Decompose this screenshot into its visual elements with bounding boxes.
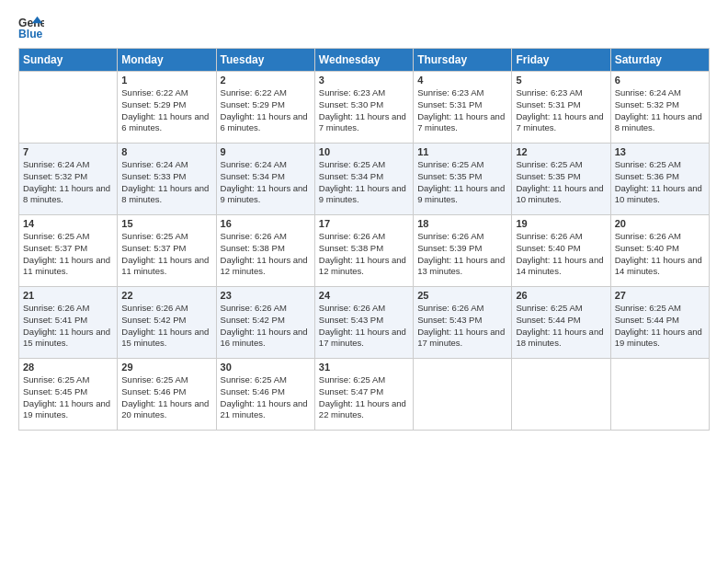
day-info: Sunrise: 6:23 AMSunset: 5:31 PMDaylight:… <box>516 87 606 134</box>
calendar-cell: 11 Sunrise: 6:25 AMSunset: 5:35 PMDaylig… <box>414 144 512 215</box>
day-info: Sunrise: 6:25 AMSunset: 5:45 PMDaylight:… <box>23 374 113 421</box>
calendar-cell: 30 Sunrise: 6:25 AMSunset: 5:46 PMDaylig… <box>216 359 314 431</box>
day-info: Sunrise: 6:26 AMSunset: 5:43 PMDaylight:… <box>417 303 507 350</box>
day-number: 2 <box>221 75 311 86</box>
calendar-cell <box>19 72 118 144</box>
day-info: Sunrise: 6:24 AMSunset: 5:34 PMDaylight:… <box>221 159 311 206</box>
day-info: Sunrise: 6:25 AMSunset: 5:47 PMDaylight:… <box>319 374 409 421</box>
calendar-cell: 26 Sunrise: 6:25 AMSunset: 5:44 PMDaylig… <box>512 287 610 359</box>
day-number: 3 <box>319 75 409 86</box>
logo-icon: General Blue <box>18 15 44 40</box>
logo: General Blue <box>18 15 44 40</box>
day-number: 25 <box>417 290 507 301</box>
day-info: Sunrise: 6:24 AMSunset: 5:33 PMDaylight:… <box>121 159 211 206</box>
day-number: 11 <box>417 146 507 157</box>
day-number: 23 <box>221 290 311 301</box>
day-info: Sunrise: 6:25 AMSunset: 5:37 PMDaylight:… <box>121 231 211 278</box>
calendar-week-row: 7 Sunrise: 6:24 AMSunset: 5:32 PMDayligh… <box>19 144 710 215</box>
calendar-cell: 27 Sunrise: 6:25 AMSunset: 5:44 PMDaylig… <box>610 287 709 359</box>
calendar-cell: 22 Sunrise: 6:26 AMSunset: 5:42 PMDaylig… <box>118 287 216 359</box>
day-number: 16 <box>221 218 311 229</box>
calendar-cell: 3 Sunrise: 6:23 AMSunset: 5:30 PMDayligh… <box>314 72 413 144</box>
day-info: Sunrise: 6:25 AMSunset: 5:34 PMDaylight:… <box>319 159 409 206</box>
weekday-header: Friday <box>512 49 610 72</box>
day-info: Sunrise: 6:24 AMSunset: 5:32 PMDaylight:… <box>615 87 705 134</box>
day-number: 6 <box>615 75 705 86</box>
calendar-cell: 28 Sunrise: 6:25 AMSunset: 5:45 PMDaylig… <box>19 359 118 431</box>
day-number: 4 <box>417 75 507 86</box>
calendar-cell: 13 Sunrise: 6:25 AMSunset: 5:36 PMDaylig… <box>610 144 709 215</box>
day-info: Sunrise: 6:22 AMSunset: 5:29 PMDaylight:… <box>221 87 311 134</box>
weekday-header: Saturday <box>610 49 709 72</box>
day-number: 15 <box>121 218 211 229</box>
page: General Blue SundayMondayTuesdayWednesda… <box>0 0 728 563</box>
day-number: 22 <box>121 290 211 301</box>
calendar-cell: 14 Sunrise: 6:25 AMSunset: 5:37 PMDaylig… <box>19 215 118 287</box>
calendar-week-row: 14 Sunrise: 6:25 AMSunset: 5:37 PMDaylig… <box>19 215 710 287</box>
calendar-week-row: 21 Sunrise: 6:26 AMSunset: 5:41 PMDaylig… <box>19 287 710 359</box>
day-number: 7 <box>23 146 113 157</box>
day-number: 14 <box>23 218 113 229</box>
day-number: 8 <box>121 146 211 157</box>
day-info: Sunrise: 6:25 AMSunset: 5:35 PMDaylight:… <box>417 159 507 206</box>
day-number: 19 <box>516 218 606 229</box>
calendar-cell: 21 Sunrise: 6:26 AMSunset: 5:41 PMDaylig… <box>19 287 118 359</box>
calendar-cell: 15 Sunrise: 6:25 AMSunset: 5:37 PMDaylig… <box>118 215 216 287</box>
day-number: 21 <box>23 290 113 301</box>
calendar-cell: 18 Sunrise: 6:26 AMSunset: 5:39 PMDaylig… <box>414 215 512 287</box>
calendar-cell: 8 Sunrise: 6:24 AMSunset: 5:33 PMDayligh… <box>118 144 216 215</box>
day-number: 18 <box>417 218 507 229</box>
calendar-cell: 4 Sunrise: 6:23 AMSunset: 5:31 PMDayligh… <box>414 72 512 144</box>
day-info: Sunrise: 6:23 AMSunset: 5:30 PMDaylight:… <box>319 87 409 134</box>
day-info: Sunrise: 6:22 AMSunset: 5:29 PMDaylight:… <box>121 87 211 134</box>
calendar-cell <box>512 359 610 431</box>
calendar-cell: 2 Sunrise: 6:22 AMSunset: 5:29 PMDayligh… <box>216 72 314 144</box>
day-info: Sunrise: 6:26 AMSunset: 5:43 PMDaylight:… <box>319 303 409 350</box>
weekday-header: Thursday <box>414 49 512 72</box>
day-number: 24 <box>319 290 409 301</box>
header: General Blue <box>18 15 710 40</box>
day-info: Sunrise: 6:25 AMSunset: 5:46 PMDaylight:… <box>221 374 311 421</box>
day-number: 12 <box>516 146 606 157</box>
day-number: 20 <box>615 218 705 229</box>
calendar-cell: 31 Sunrise: 6:25 AMSunset: 5:47 PMDaylig… <box>314 359 413 431</box>
weekday-header: Wednesday <box>314 49 413 72</box>
day-info: Sunrise: 6:26 AMSunset: 5:41 PMDaylight:… <box>23 303 113 350</box>
calendar-cell: 1 Sunrise: 6:22 AMSunset: 5:29 PMDayligh… <box>118 72 216 144</box>
day-number: 5 <box>516 75 606 86</box>
day-info: Sunrise: 6:26 AMSunset: 5:42 PMDaylight:… <box>121 303 211 350</box>
day-info: Sunrise: 6:26 AMSunset: 5:40 PMDaylight:… <box>615 231 705 278</box>
calendar-cell: 20 Sunrise: 6:26 AMSunset: 5:40 PMDaylig… <box>610 215 709 287</box>
weekday-header: Monday <box>118 49 216 72</box>
calendar-cell: 17 Sunrise: 6:26 AMSunset: 5:38 PMDaylig… <box>314 215 413 287</box>
calendar-cell <box>610 359 709 431</box>
calendar-cell: 10 Sunrise: 6:25 AMSunset: 5:34 PMDaylig… <box>314 144 413 215</box>
weekday-header-row: SundayMondayTuesdayWednesdayThursdayFrid… <box>19 49 710 72</box>
calendar-cell: 9 Sunrise: 6:24 AMSunset: 5:34 PMDayligh… <box>216 144 314 215</box>
day-number: 9 <box>221 146 311 157</box>
day-number: 29 <box>121 362 211 373</box>
day-number: 28 <box>23 362 113 373</box>
day-info: Sunrise: 6:25 AMSunset: 5:44 PMDaylight:… <box>516 303 606 350</box>
calendar-cell: 29 Sunrise: 6:25 AMSunset: 5:46 PMDaylig… <box>118 359 216 431</box>
day-number: 30 <box>221 362 311 373</box>
calendar-cell <box>414 359 512 431</box>
calendar-cell: 16 Sunrise: 6:26 AMSunset: 5:38 PMDaylig… <box>216 215 314 287</box>
day-number: 26 <box>516 290 606 301</box>
day-info: Sunrise: 6:26 AMSunset: 5:39 PMDaylight:… <box>417 231 507 278</box>
day-info: Sunrise: 6:25 AMSunset: 5:36 PMDaylight:… <box>615 159 705 206</box>
calendar-cell: 5 Sunrise: 6:23 AMSunset: 5:31 PMDayligh… <box>512 72 610 144</box>
day-info: Sunrise: 6:25 AMSunset: 5:35 PMDaylight:… <box>516 159 606 206</box>
day-number: 13 <box>615 146 705 157</box>
day-info: Sunrise: 6:25 AMSunset: 5:37 PMDaylight:… <box>23 231 113 278</box>
day-info: Sunrise: 6:26 AMSunset: 5:38 PMDaylight:… <box>221 231 311 278</box>
day-number: 31 <box>319 362 409 373</box>
day-info: Sunrise: 6:25 AMSunset: 5:46 PMDaylight:… <box>121 374 211 421</box>
calendar-cell: 24 Sunrise: 6:26 AMSunset: 5:43 PMDaylig… <box>314 287 413 359</box>
calendar-cell: 23 Sunrise: 6:26 AMSunset: 5:42 PMDaylig… <box>216 287 314 359</box>
day-info: Sunrise: 6:26 AMSunset: 5:38 PMDaylight:… <box>319 231 409 278</box>
day-info: Sunrise: 6:23 AMSunset: 5:31 PMDaylight:… <box>417 87 507 134</box>
calendar-cell: 12 Sunrise: 6:25 AMSunset: 5:35 PMDaylig… <box>512 144 610 215</box>
svg-text:Blue: Blue <box>18 28 43 40</box>
calendar-week-row: 28 Sunrise: 6:25 AMSunset: 5:45 PMDaylig… <box>19 359 710 431</box>
